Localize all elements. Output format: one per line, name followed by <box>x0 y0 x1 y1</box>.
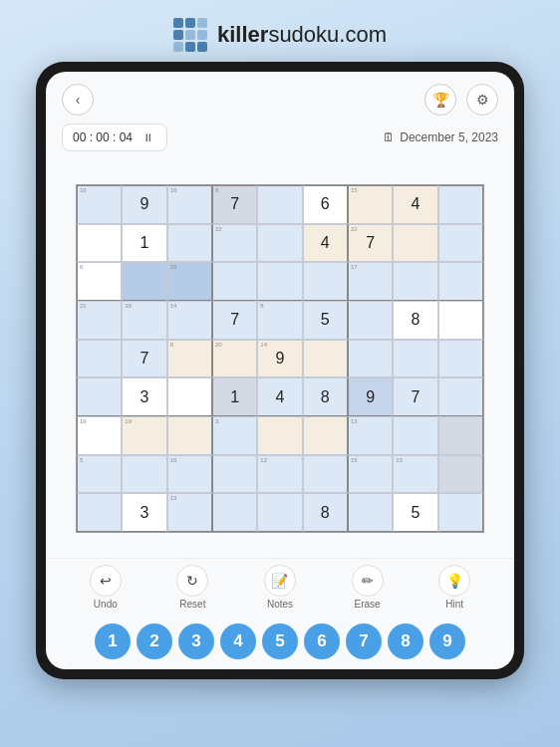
cell-5-7[interactable]: 7 <box>393 377 437 416</box>
cell-3-0[interactable]: 21 <box>77 301 122 340</box>
cell-0-1[interactable]: 9 <box>122 185 166 224</box>
cell-6-4[interactable] <box>257 416 302 455</box>
cell-7-7[interactable]: 15 <box>393 455 437 494</box>
cell-2-5[interactable] <box>303 262 348 301</box>
cell-1-5[interactable]: 4 <box>303 224 348 263</box>
number-1-button[interactable]: 1 <box>95 623 131 659</box>
cell-8-6[interactable] <box>348 493 393 532</box>
cell-3-3[interactable]: 7 <box>212 301 257 340</box>
cell-0-6[interactable]: 15 <box>348 185 393 224</box>
cell-3-7[interactable]: 8 <box>393 301 437 340</box>
cell-2-7[interactable] <box>393 262 437 301</box>
number-6-button[interactable]: 6 <box>304 623 340 659</box>
cell-0-0[interactable]: 16 <box>77 185 122 224</box>
back-button[interactable]: ‹ <box>62 84 94 116</box>
cell-3-6[interactable] <box>348 301 393 340</box>
cell-1-3[interactable]: 22 <box>212 224 257 263</box>
cell-8-2[interactable]: 13 <box>167 493 212 532</box>
cell-7-1[interactable] <box>122 455 166 494</box>
cell-7-6[interactable]: 15 <box>348 455 393 494</box>
cell-1-1[interactable]: 1 <box>122 224 166 263</box>
cell-4-0[interactable] <box>77 340 122 378</box>
cell-4-8[interactable] <box>438 340 483 378</box>
number-5-button[interactable]: 5 <box>262 623 298 659</box>
cell-5-6[interactable]: 9 <box>348 377 393 416</box>
trophy-button[interactable]: 🏆 <box>424 84 456 116</box>
cell-0-8[interactable] <box>438 185 483 224</box>
cell-6-2[interactable] <box>167 416 212 455</box>
cell-0-7[interactable]: 4 <box>393 185 437 224</box>
hint-button[interactable]: 💡 Hint <box>438 565 470 610</box>
number-9-button[interactable]: 9 <box>429 623 465 659</box>
cell-1-2[interactable] <box>167 224 212 263</box>
number-7-button[interactable]: 7 <box>346 623 382 659</box>
cell-6-7[interactable] <box>393 416 437 455</box>
cell-0-3[interactable]: 97 <box>212 185 257 224</box>
number-8-button[interactable]: 8 <box>388 623 423 659</box>
cell-1-8[interactable] <box>438 224 483 263</box>
cell-8-0[interactable] <box>77 493 122 532</box>
number-3-button[interactable]: 3 <box>178 623 214 659</box>
cell-5-8[interactable] <box>438 377 483 416</box>
cell-4-7[interactable] <box>393 340 437 378</box>
cell-5-2[interactable] <box>167 377 212 416</box>
cell-2-0[interactable]: 6 <box>77 262 122 301</box>
cell-7-4[interactable]: 12 <box>257 455 302 494</box>
notes-button[interactable]: 📝 Notes <box>264 565 296 610</box>
number-2-button[interactable]: 2 <box>137 623 172 659</box>
cell-3-1[interactable]: 38 <box>122 301 166 340</box>
cell-7-8[interactable] <box>438 455 483 494</box>
cell-1-4[interactable] <box>257 224 302 263</box>
reset-button[interactable]: ↻ Reset <box>176 565 208 610</box>
cell-6-8[interactable] <box>438 416 483 455</box>
erase-button[interactable]: ✏ Erase <box>352 565 384 610</box>
cell-8-4[interactable] <box>257 493 302 532</box>
cell-5-3[interactable]: 1 <box>212 377 257 416</box>
number-4-button[interactable]: 4 <box>220 623 256 659</box>
cell-2-1[interactable] <box>122 262 166 301</box>
cell-7-2[interactable]: 16 <box>167 455 212 494</box>
cell-5-0[interactable] <box>77 377 122 416</box>
undo-button[interactable]: ↩ Undo <box>90 565 122 610</box>
cell-4-2[interactable]: 8 <box>167 340 212 378</box>
cell-4-1[interactable]: 7 <box>122 340 166 378</box>
cell-7-0[interactable]: 5 <box>77 455 122 494</box>
cell-8-7[interactable]: 5 <box>393 493 437 532</box>
cell-3-5[interactable]: 5 <box>303 301 348 340</box>
cell-7-3[interactable] <box>212 455 257 494</box>
cell-4-3[interactable]: 20 <box>212 340 257 378</box>
cell-8-5[interactable]: 8 <box>303 493 348 532</box>
cell-5-4[interactable]: 4 <box>257 377 302 416</box>
cell-6-1[interactable]: 19 <box>122 416 166 455</box>
cell-6-6[interactable]: 13 <box>348 416 393 455</box>
cell-6-0[interactable]: 19 <box>77 416 122 455</box>
cell-8-3[interactable] <box>212 493 257 532</box>
cell-0-5[interactable]: 6 <box>303 185 348 224</box>
cell-2-8[interactable] <box>438 262 483 301</box>
cell-6-5[interactable] <box>303 416 348 455</box>
cell-1-7[interactable] <box>393 224 437 263</box>
cell-2-3[interactable] <box>212 262 257 301</box>
cell-0-4[interactable] <box>257 185 302 224</box>
cell-1-6[interactable]: 227 <box>348 224 393 263</box>
pause-button[interactable]: ⏸ <box>139 128 156 146</box>
cell-4-5[interactable] <box>303 340 348 378</box>
cell-4-4[interactable]: 149 <box>257 340 302 378</box>
cell-6-3[interactable]: 3 <box>212 416 257 455</box>
cell-5-1[interactable]: 3 <box>122 377 166 416</box>
cell-3-4[interactable]: 8 <box>257 301 302 340</box>
sudoku-grid[interactable]: 1691897615412242276161721381478587820149… <box>76 184 484 533</box>
cell-3-8[interactable] <box>438 301 483 340</box>
cell-5-5[interactable]: 8 <box>303 377 348 416</box>
settings-button[interactable]: ⚙ <box>466 84 498 116</box>
cell-3-2[interactable]: 14 <box>167 301 212 340</box>
cell-8-1[interactable]: 3 <box>122 493 166 532</box>
cell-0-2[interactable]: 18 <box>167 185 212 224</box>
cell-2-4[interactable] <box>257 262 302 301</box>
cell-4-6[interactable] <box>348 340 393 378</box>
cell-2-6[interactable]: 17 <box>348 262 393 301</box>
cell-8-8[interactable] <box>438 493 483 532</box>
cell-2-2[interactable]: 16 <box>167 262 212 301</box>
cell-7-5[interactable] <box>303 455 348 494</box>
cell-1-0[interactable] <box>77 224 122 263</box>
